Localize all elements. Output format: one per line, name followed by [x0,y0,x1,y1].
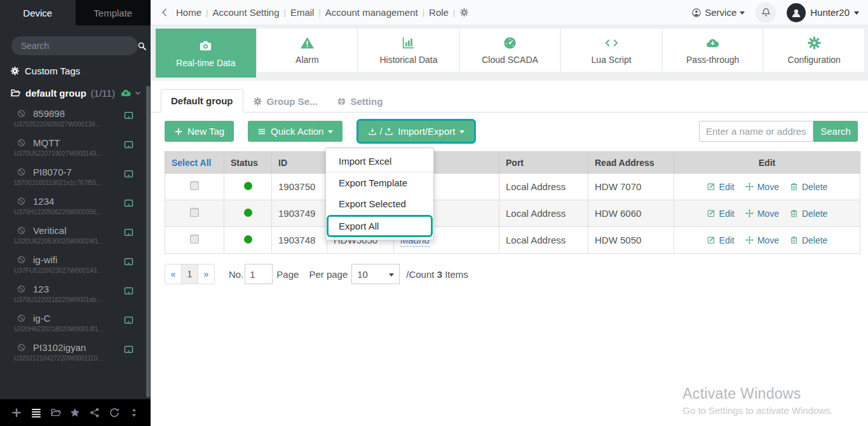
group-header[interactable]: default group (1/11) [10,87,142,99]
globe-icon [337,97,346,106]
folder-open-icon[interactable] [50,407,62,418]
main-tab-lua-script[interactable]: Lua Script [561,29,661,72]
page-prev-button[interactable]: « [165,264,182,284]
cell-id: 1903748 [272,227,327,254]
dropdown-item[interactable]: Export Selected [326,193,433,214]
star-icon[interactable] [69,407,81,418]
device-icon[interactable] [123,344,134,355]
gear-icon [253,97,262,106]
breadcrumb-item[interactable]: Account Setting [212,7,279,18]
page-number-button[interactable]: 1 [181,264,198,284]
prohibited-icon [17,226,26,235]
page-number-input[interactable] [245,264,273,284]
action-label: Edit [719,182,735,192]
main-tab-real-time-data[interactable]: Real-time Data [156,29,256,78]
delete-action[interactable]: Delete [789,182,827,192]
row-checkbox[interactable] [190,208,199,217]
main-tab-alarm[interactable]: Alarm [257,29,358,72]
custom-tags[interactable]: Custom Tags [10,65,151,76]
device-name: PI8070-7 [33,167,72,177]
row-checkbox[interactable] [190,235,199,244]
move-action[interactable]: Move [745,182,779,192]
cloud-upload-icon[interactable] [120,87,132,99]
delete-action[interactable]: Delete [789,209,827,219]
dropdown-item[interactable]: Import Excel [326,151,433,172]
main-tab-pass-through[interactable]: Pass-through [663,29,763,72]
device-icon[interactable] [123,110,134,121]
edit-action[interactable]: Edit [707,182,735,192]
main-tab-configuration[interactable]: Configuration [764,29,864,72]
dropdown-item[interactable]: Export All [329,217,431,235]
cell-port: Local Address [499,227,588,254]
device-icon[interactable] [123,315,134,326]
device-item[interactable]: ig-wifiU37FU5220623027W000143... [0,249,151,278]
prohibited-icon [17,343,26,352]
main-tab-cloud-scada[interactable]: Cloud SCADA [460,29,560,72]
prohibited-icon [17,138,26,148]
tab-template[interactable]: Template [76,0,151,25]
device-icon[interactable] [123,168,134,179]
refresh-icon[interactable] [109,407,120,418]
sort-icon[interactable] [128,407,140,418]
plus-icon[interactable] [11,407,22,418]
per-page-select[interactable]: 10 [351,264,400,284]
device-icon[interactable] [123,198,134,209]
device-item[interactable]: 1234U370H1220506220W000355... [0,191,151,220]
tab-device[interactable]: Device [0,0,76,25]
device-icon[interactable] [123,227,134,238]
device-item[interactable]: 123U370U1220218220W0001eb... [0,278,151,308]
device-item[interactable]: PI3102igyanU320J1210427220W0001110... [0,337,151,365]
breadcrumb-item[interactable]: Home [176,7,201,18]
breadcrumb-item[interactable]: Account management [325,7,418,18]
sidebar-search-input[interactable] [20,40,137,52]
table-header-row: Select AllStatusIDPortRead AddressEdit [165,152,860,174]
share-icon[interactable] [89,407,100,418]
column-header-id: ID [272,152,327,174]
device-icon[interactable] [123,285,134,296]
edit-action[interactable]: Edit [707,235,735,245]
row-checkbox[interactable] [190,181,199,190]
device-item[interactable]: ig-CU320H6220218020W00014f1... [0,308,151,337]
table-search-input[interactable] [699,121,813,142]
device-name: 1234 [33,196,54,207]
import-export-button[interactable]: / Import/Export [358,121,474,142]
device-item[interactable]: 859898U37035220926027W000134... [0,103,151,132]
sub-tab-label: Group Se... [267,96,318,107]
notifications-button[interactable] [756,3,776,23]
main-tab-label: Pass-through [686,55,739,65]
caret-down-icon [854,11,859,15]
sub-tab-default-group[interactable]: Default group [161,89,243,113]
sub-tab-group-se-[interactable]: Group Se... [243,90,327,113]
dropdown-item[interactable]: Export Template [326,172,433,193]
main-tab-historical-data[interactable]: Historical Data [358,29,459,72]
device-name: ig-wifi [33,254,57,265]
search-icon[interactable] [137,41,147,51]
device-icon[interactable] [123,139,134,150]
column-header-select-all[interactable]: Select All [165,152,224,174]
table-search-button[interactable]: Search [813,121,858,142]
new-tag-button[interactable]: New Tag [165,121,234,142]
edit-action[interactable]: Edit [707,209,735,219]
page-next-button[interactable]: » [198,264,215,284]
back-chevron-icon[interactable] [159,7,170,18]
device-item[interactable]: VeriticalU320U6220530020W00024f1... [0,220,151,249]
gear-icon [807,36,822,50]
row-actions: EditMoveDelete [681,209,853,219]
menu-icon[interactable] [31,407,42,418]
quick-action-button[interactable]: Quick Action [248,121,342,142]
device-item[interactable]: MQTTU370U5220719027W000143... [0,132,151,161]
breadcrumb-item[interactable]: Email [290,7,315,18]
user-menu[interactable]: Hunter20 [787,3,859,22]
delete-action[interactable]: Delete [789,235,827,245]
breadcrumb-item[interactable]: Role [429,7,449,18]
move-action[interactable]: Move [745,235,779,245]
device-item[interactable]: PI8070-7187003160119021e1c767f55... [0,161,151,191]
device-icon[interactable] [123,256,134,267]
service-menu[interactable]: Service [691,7,745,18]
sidebar-scrollbar[interactable] [146,86,150,397]
chevron-down-icon[interactable] [134,89,142,97]
sub-tab-setting[interactable]: Setting [327,90,393,113]
gear-icon[interactable] [459,8,469,17]
cell-id: 1903749 [272,200,327,227]
move-action[interactable]: Move [745,209,779,219]
